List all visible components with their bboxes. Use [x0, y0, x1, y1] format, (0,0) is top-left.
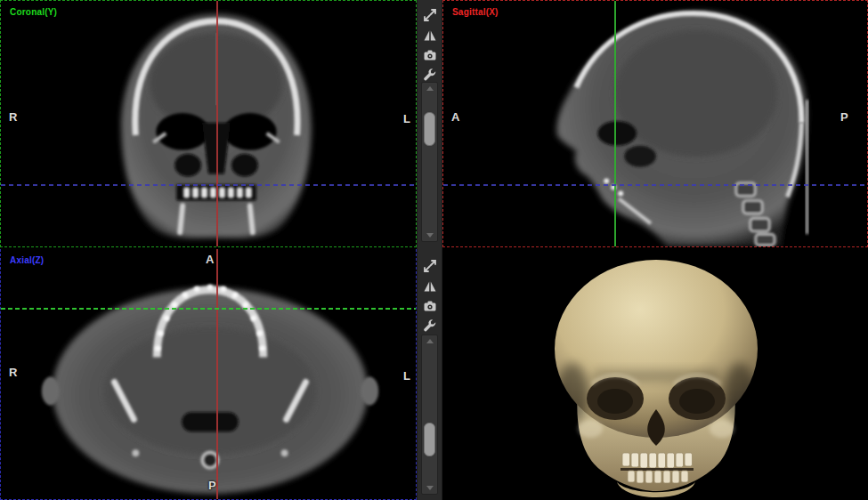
wrench-button-top[interactable] — [422, 67, 438, 83]
coronal-marker-right-side: R — [9, 110, 17, 124]
view-volume-3d[interactable] — [442, 249, 868, 500]
tool-column — [417, 0, 442, 500]
scrollbar-thumb[interactable] — [424, 112, 435, 146]
axial-marker-posterior: P — [208, 479, 216, 492]
axial-ct-image — [1, 249, 416, 499]
sagittal-crosshair-horizontal[interactable] — [443, 184, 867, 186]
axial-marker-right-side: R — [9, 366, 17, 379]
flip-horizontal-button-bottom[interactable] — [422, 278, 438, 294]
expand-button-bottom[interactable] — [422, 258, 438, 274]
scrollbar-thumb[interactable] — [424, 423, 435, 456]
slice-scrollbar-bottom[interactable] — [421, 335, 438, 495]
scroll-down-arrow[interactable] — [426, 486, 434, 490]
sagittal-crosshair-vertical[interactable] — [614, 1, 616, 246]
wrench-icon — [423, 319, 437, 333]
sagittal-view-label: Sagittal(X) — [452, 7, 499, 17]
axial-marker-left-side: L — [403, 369, 410, 383]
axial-marker-anterior: A — [206, 253, 214, 266]
camera-icon — [423, 299, 437, 313]
sagittal-marker-posterior: P — [840, 110, 848, 124]
axial-crosshair-vertical[interactable] — [216, 249, 218, 499]
axial-view-label: Axial(Z) — [10, 255, 44, 265]
coronal-marker-left-side: L — [403, 112, 410, 125]
coronal-crosshair-vertical[interactable] — [216, 1, 218, 246]
sagittal-marker-anterior: A — [451, 110, 459, 124]
view-coronal[interactable]: Coronal(Y) R L — [0, 0, 417, 247]
scroll-down-arrow[interactable] — [426, 233, 434, 238]
slice-scrollbar-top[interactable] — [421, 82, 438, 242]
axial-crosshair-horizontal[interactable] — [1, 308, 416, 310]
volume-3d-skull-render — [442, 249, 868, 500]
camera-icon — [423, 48, 437, 62]
wrench-button-bottom[interactable] — [422, 318, 438, 334]
flip-horizontal-icon — [423, 279, 437, 294]
scroll-up-arrow[interactable] — [426, 86, 434, 91]
wrench-icon — [423, 68, 437, 82]
expand-icon — [423, 259, 437, 273]
camera-button-top[interactable] — [422, 47, 438, 63]
scroll-up-arrow[interactable] — [426, 339, 434, 343]
flip-horizontal-icon — [423, 28, 437, 43]
flip-horizontal-button-top[interactable] — [422, 28, 438, 44]
view-sagittal[interactable]: Sagittal(X) A P — [442, 0, 868, 247]
expand-icon — [423, 8, 437, 22]
sagittal-ct-image — [443, 1, 867, 246]
expand-button-top[interactable] — [422, 7, 438, 23]
camera-button-bottom[interactable] — [422, 298, 438, 314]
view-axial[interactable]: Axial(Z) A P R L — [0, 249, 417, 500]
coronal-crosshair-horizontal[interactable] — [1, 184, 416, 186]
mpr-viewer: Coronal(Y) R L — [0, 0, 868, 500]
coronal-ct-image — [1, 1, 416, 246]
coronal-view-label: Coronal(Y) — [10, 7, 57, 17]
